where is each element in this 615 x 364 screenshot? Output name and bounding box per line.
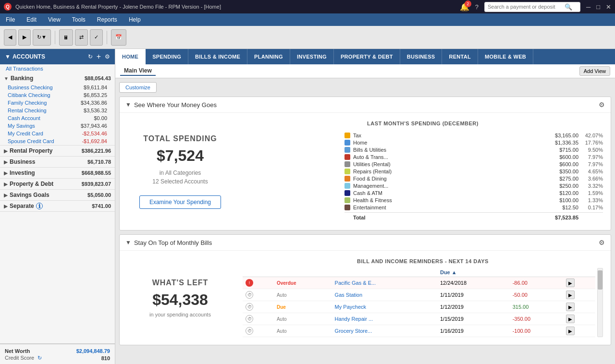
- refresh-button[interactable]: ↻▼: [33, 29, 51, 46]
- investing-arrow: ▶: [4, 170, 8, 176]
- col-status-icon: [243, 268, 273, 277]
- row-action-5[interactable]: ▶: [563, 325, 595, 337]
- row-payee-1[interactable]: Pacific Gas & E...: [332, 277, 437, 289]
- col-due[interactable]: Due ▲: [437, 268, 510, 277]
- tab-rental[interactable]: RENTAL: [442, 49, 478, 64]
- menu-help[interactable]: Help: [127, 15, 143, 24]
- list-item[interactable]: Spouse Credit Card -$1,692.84: [0, 137, 115, 145]
- bills-scrollbar[interactable]: [597, 268, 603, 337]
- minimize-button[interactable]: ─: [586, 3, 590, 11]
- tab-home[interactable]: HOME: [115, 49, 146, 64]
- table-row: ! Overdue Pacific Gas & E... 12/24/2018 …: [243, 277, 595, 289]
- row-payee-4[interactable]: Handy Repair ...: [332, 313, 437, 325]
- bills-card: ▼ Stay On Top of Monthly Bills ⚙ WHAT'S …: [119, 234, 611, 345]
- spending-gear-icon[interactable]: ⚙: [599, 101, 605, 109]
- bills-card-title-area: ▼ Stay On Top of Monthly Bills: [125, 239, 212, 246]
- net-worth-value: $2,094,848.79: [76, 348, 110, 354]
- sidebar-group-header-banking[interactable]: ▼ Banking $88,054.43: [0, 73, 115, 84]
- sidebar-group-header-investing[interactable]: ▶ Investing $668,988.55: [0, 168, 115, 178]
- row-status-label-overdue: Overdue: [273, 277, 332, 289]
- legend-item-home: Home $1,336.35 17.76%: [344, 140, 603, 146]
- tab-bills-income[interactable]: BILLS & INCOME: [188, 49, 247, 64]
- list-item[interactable]: Family Checking $34,336.86: [0, 99, 115, 107]
- forward-button[interactable]: ▶: [18, 29, 31, 46]
- row-action-1[interactable]: ▶: [563, 277, 595, 289]
- examine-spending-button[interactable]: Examine Your Spending: [139, 195, 221, 209]
- row-arrow-5[interactable]: ▶: [566, 327, 575, 335]
- legend-color-entertainment: [344, 205, 350, 210]
- list-item[interactable]: Citibank Checking $6,853.25: [0, 91, 115, 99]
- calculator-button[interactable]: 🖩: [59, 29, 73, 46]
- row-action-4[interactable]: ▶: [563, 313, 595, 325]
- transfer-button[interactable]: ⇄: [75, 29, 88, 46]
- tab-investing[interactable]: INVESTING: [290, 49, 334, 64]
- sidebar-group-header-savings-goals[interactable]: ▶ Savings Goals $5,050.00: [0, 190, 115, 200]
- row-action-3[interactable]: ▶: [563, 301, 595, 313]
- help-button[interactable]: ?: [475, 3, 479, 11]
- list-item[interactable]: My Credit Card -$2,534.46: [0, 130, 115, 137]
- row-action-2[interactable]: ▶: [563, 289, 595, 301]
- tab-planning[interactable]: PLANNING: [247, 49, 290, 64]
- tab-business[interactable]: BUSINESS: [400, 49, 443, 64]
- list-item[interactable]: Business Checking $9,611.84: [0, 84, 115, 91]
- close-button[interactable]: ✕: [606, 3, 611, 11]
- back-button[interactable]: ◀: [4, 29, 16, 46]
- tab-mobile-web[interactable]: MOBILE & WEB: [478, 49, 533, 64]
- notification-button[interactable]: 🔔 2: [460, 2, 469, 12]
- col-payee: [332, 268, 437, 277]
- row-payee-2[interactable]: Gas Station: [332, 289, 437, 301]
- sidebar-add-icon[interactable]: +: [97, 52, 101, 61]
- row-arrow-2[interactable]: ▶: [566, 291, 575, 299]
- account-name-business-checking: Business Checking: [8, 85, 53, 90]
- add-view-button[interactable]: Add View: [579, 66, 610, 76]
- menu-file[interactable]: File: [4, 15, 17, 24]
- bills-table-container: Due ▲ !: [243, 268, 603, 337]
- row-arrow-4[interactable]: ▶: [566, 315, 575, 323]
- info-icon[interactable]: ℹ: [36, 203, 43, 209]
- search-bar[interactable]: 🔍: [484, 2, 580, 12]
- all-transactions-link[interactable]: All Transactions: [0, 64, 115, 73]
- rental-property-label: Rental Property: [10, 147, 52, 154]
- maximize-button[interactable]: □: [596, 3, 600, 11]
- property-debt-arrow: ▶: [4, 182, 8, 187]
- check-button[interactable]: ✓: [90, 29, 103, 46]
- row-arrow-1[interactable]: ▶: [566, 279, 575, 287]
- tab-main-view[interactable]: Main View: [120, 66, 156, 76]
- credit-refresh-icon[interactable]: ↻: [37, 355, 42, 361]
- list-item[interactable]: My Savings $37,943.46: [0, 122, 115, 130]
- tab-property-debt[interactable]: PROPERTY & DEBT: [334, 49, 400, 64]
- spending-collapse-icon[interactable]: ▼: [125, 101, 131, 108]
- bills-table-header: Due ▲: [243, 268, 595, 277]
- sidebar-group-header-property-debt[interactable]: ▶ Property & Debt $939,823.07: [0, 179, 115, 189]
- list-item[interactable]: Rental Checking $3,536.32: [0, 107, 115, 114]
- menu-view[interactable]: View: [46, 15, 62, 24]
- menu-tools[interactable]: Tools: [70, 15, 87, 24]
- sidebar-collapse-icon[interactable]: ▼: [5, 53, 11, 60]
- sidebar-group-header-rental-property[interactable]: ▶ Rental Property $386,221.96: [0, 146, 115, 156]
- account-name-my-credit-card: My Credit Card: [8, 131, 43, 136]
- business-label: Business: [10, 158, 35, 165]
- menu-edit[interactable]: Edit: [25, 15, 38, 24]
- business-arrow: ▶: [4, 159, 8, 165]
- calendar-button[interactable]: 📅: [111, 29, 126, 46]
- search-input[interactable]: [488, 4, 565, 10]
- sidebar-refresh-icon[interactable]: ↻: [88, 53, 93, 60]
- spending-subtitle: in All Categories 12 Selected Accounts: [152, 169, 208, 186]
- legend-item-entertainment: Entertainment $12.50 0.17%: [344, 205, 603, 210]
- row-payee-3[interactable]: My Paycheck: [332, 301, 437, 313]
- row-arrow-3[interactable]: ▶: [566, 303, 575, 311]
- separate-arrow: ▶: [4, 204, 8, 209]
- col-action: [563, 268, 595, 277]
- menu-reports[interactable]: Reports: [95, 15, 119, 24]
- sidebar-group-header-separate[interactable]: ▶ Separate ℹ $741.00: [0, 201, 115, 211]
- customize-button[interactable]: Customize: [119, 82, 157, 93]
- bills-gear-icon[interactable]: ⚙: [599, 239, 605, 246]
- sidebar-group-property-debt: ▶ Property & Debt $939,823.07: [0, 179, 115, 190]
- sidebar-group-header-business[interactable]: ▶ Business $6,710.78: [0, 157, 115, 167]
- sidebar-gear-icon[interactable]: ⚙: [105, 53, 110, 60]
- tab-spending[interactable]: SPENDING: [146, 49, 188, 64]
- table-row: ⏱ Auto Handy Repair ... 1/15/2019 -350.0…: [243, 313, 595, 325]
- bills-collapse-icon[interactable]: ▼: [125, 239, 131, 246]
- row-payee-5[interactable]: Grocery Store...: [332, 325, 437, 337]
- list-item[interactable]: Cash Account $0.00: [0, 114, 115, 122]
